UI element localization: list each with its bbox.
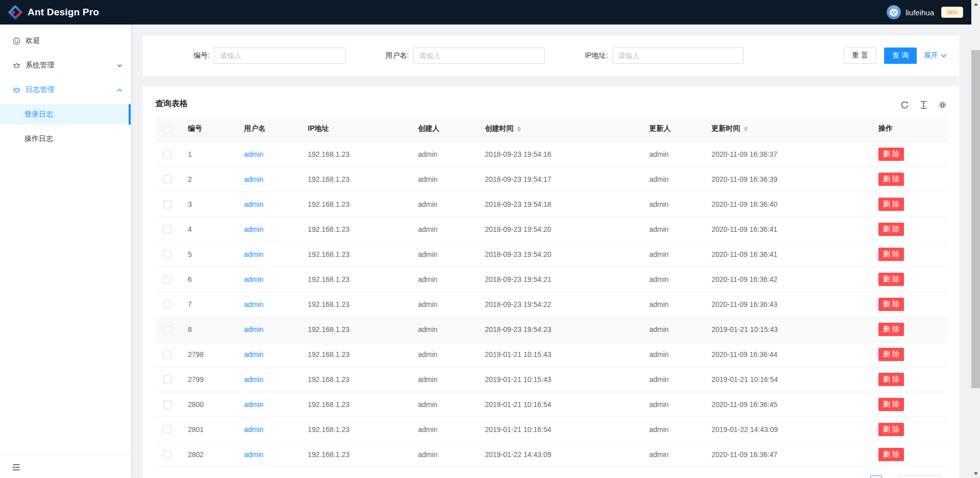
username-link[interactable]: admin <box>244 400 263 409</box>
delete-button[interactable]: 删 除 <box>878 373 904 386</box>
cell-updated: 2020-11-09 16:36:44 <box>703 342 870 367</box>
row-checkbox[interactable] <box>163 450 172 459</box>
delete-button[interactable]: 删 除 <box>878 348 904 361</box>
username-link[interactable]: admin <box>244 200 263 208</box>
username-input[interactable] <box>413 47 545 64</box>
row-checkbox[interactable] <box>163 150 172 158</box>
username-link[interactable]: admin <box>244 450 263 459</box>
reload-icon[interactable] <box>900 101 909 109</box>
username-link[interactable]: admin <box>244 250 263 258</box>
cell-updater: admin <box>641 317 703 342</box>
query-button[interactable]: 查 询 <box>884 47 917 64</box>
column-header-updated[interactable]: 更新时间 <box>703 116 870 141</box>
row-checkbox[interactable] <box>163 275 172 283</box>
row-checkbox[interactable] <box>163 300 172 308</box>
row-checkbox[interactable] <box>163 400 172 409</box>
sidebar-item-label: 系统管理 <box>26 61 54 70</box>
cell-id: 2801 <box>180 417 236 442</box>
cell-id: 2 <box>180 166 236 192</box>
sorter-icon[interactable] <box>744 126 748 132</box>
id-input[interactable] <box>214 47 346 64</box>
sidebar-item-login-log[interactable]: 登录日志 <box>0 104 131 125</box>
delete-button[interactable]: 删 除 <box>878 198 904 211</box>
cell-id: 5 <box>180 242 236 267</box>
menu-fold-icon[interactable] <box>12 463 20 471</box>
sidebar-item-welcome[interactable]: 欢迎 <box>0 31 131 51</box>
scrollbar-thumb[interactable] <box>971 50 980 388</box>
cell-updater: admin <box>641 267 703 292</box>
delete-button[interactable]: 删 除 <box>878 398 904 411</box>
main-content: 编号: 用户名: IP地址: 重 置 查 <box>131 25 971 478</box>
cell-ip: 192.168.1.23 <box>300 392 410 417</box>
table-row: 2801 admin 192.168.1.23 admin 2019-01-21… <box>155 417 948 442</box>
app-root: Ant Design Pro liuf <box>0 0 980 478</box>
row-checkbox[interactable] <box>163 250 172 258</box>
cell-created: 2018-09-23 19:54:20 <box>477 217 641 242</box>
cell-creator: admin <box>410 417 477 442</box>
username-link[interactable]: admin <box>244 275 263 283</box>
pagination-page-button[interactable] <box>870 475 882 478</box>
sorter-icon[interactable] <box>517 126 521 132</box>
row-checkbox[interactable] <box>163 350 172 358</box>
username-link[interactable]: admin <box>244 350 263 358</box>
page-size-select[interactable] <box>897 475 942 478</box>
username-link[interactable]: admin <box>244 150 263 158</box>
username-link[interactable]: admin <box>244 300 263 308</box>
expand-link[interactable]: 展开 <box>924 51 947 60</box>
delete-button[interactable]: 删 除 <box>878 148 904 161</box>
username-link[interactable]: admin <box>244 325 263 333</box>
cell-ip: 192.168.1.23 <box>300 217 410 242</box>
username-link[interactable]: admin <box>244 375 263 384</box>
cell-creator: admin <box>410 141 477 166</box>
sidebar-item-system-management[interactable]: 系统管理 <box>0 55 131 76</box>
column-header-creator: 创建人 <box>410 116 477 141</box>
row-checkbox[interactable] <box>163 200 172 208</box>
row-checkbox[interactable] <box>163 175 172 183</box>
sidebar-menu: 欢迎 系统管理 日 <box>0 25 131 456</box>
scrollbar-up-arrow[interactable] <box>971 0 980 9</box>
delete-button[interactable]: 删 除 <box>878 323 904 336</box>
expand-label: 展开 <box>924 51 938 60</box>
delete-button[interactable]: 删 除 <box>878 273 904 286</box>
username-link[interactable]: admin <box>244 225 263 233</box>
row-checkbox[interactable] <box>163 375 172 384</box>
cell-creator: admin <box>410 442 477 467</box>
delete-button[interactable]: 删 除 <box>878 448 904 461</box>
delete-button[interactable]: 删 除 <box>878 223 904 236</box>
form-item-id: 编号: <box>155 47 346 64</box>
table-header-row: 编号 用户名 IP地址 创建人 创建时间 更新 <box>155 116 948 141</box>
column-header-username: 用户名 <box>236 116 300 141</box>
cell-updated: 2019-01-22 14:43:09 <box>703 417 870 442</box>
delete-button[interactable]: 删 除 <box>878 298 904 311</box>
logo-wrap[interactable]: Ant Design Pro <box>8 5 99 19</box>
delete-button[interactable]: 删 除 <box>878 248 904 261</box>
settings-gear-icon[interactable] <box>938 101 947 109</box>
cell-created: 2018-09-23 19:54:21 <box>477 267 641 292</box>
sidebar-item-operation-log[interactable]: 操作日志 <box>0 129 131 149</box>
cell-created: 2019-01-21 10:16:54 <box>477 417 641 442</box>
username-link[interactable]: admin <box>244 425 263 434</box>
cell-updated: 2019-01-21 10:15:43 <box>703 317 870 342</box>
row-checkbox[interactable] <box>163 325 172 333</box>
ip-input[interactable] <box>612 47 744 64</box>
cell-id: 2799 <box>180 367 236 392</box>
column-height-icon[interactable] <box>919 101 928 109</box>
sidebar-item-log-management[interactable]: 日志管理 <box>0 80 131 100</box>
delete-button[interactable]: 删 除 <box>878 423 904 436</box>
vertical-scrollbar[interactable] <box>971 0 980 478</box>
select-all-checkbox[interactable] <box>163 125 172 133</box>
cell-created: 2019-01-21 10:15:43 <box>477 367 641 392</box>
row-checkbox[interactable] <box>163 225 172 233</box>
delete-button[interactable]: 删 除 <box>878 173 904 186</box>
cell-updated: 2020-11-09 16:36:41 <box>703 242 870 267</box>
column-header-created[interactable]: 创建时间 <box>477 116 641 141</box>
user-avatar[interactable] <box>887 5 901 19</box>
cell-ip: 192.168.1.23 <box>300 267 410 292</box>
username-label[interactable]: liufeihua <box>905 8 934 17</box>
reset-button[interactable]: 重 置 <box>844 47 876 64</box>
cell-updater: admin <box>641 192 703 217</box>
scrollbar-down-arrow[interactable] <box>971 469 980 478</box>
row-checkbox[interactable] <box>163 425 172 434</box>
cell-ip: 192.168.1.23 <box>300 292 410 317</box>
username-link[interactable]: admin <box>244 175 263 183</box>
